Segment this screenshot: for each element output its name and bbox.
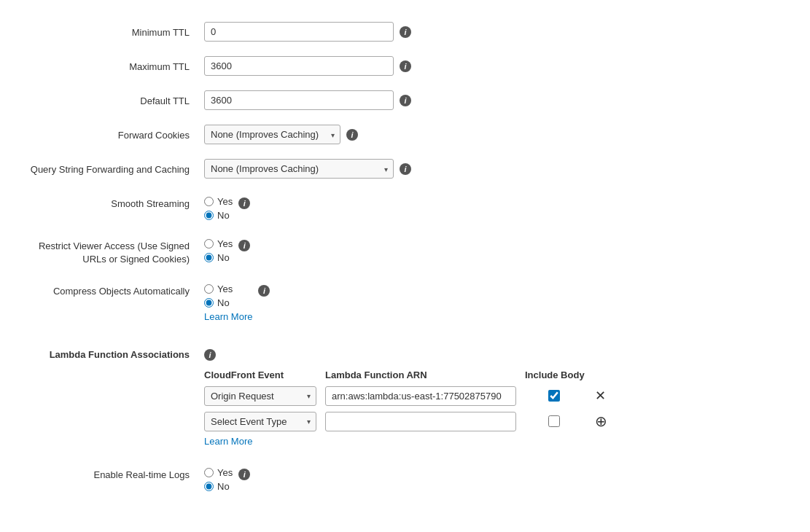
lambda-row1-event-dropdown-wrap: Origin Request Origin Response Viewer Re… — [204, 386, 316, 406]
maximum-ttl-input[interactable] — [204, 56, 394, 76]
realtime-logs-no-radio[interactable] — [204, 482, 214, 491]
lambda-cloudfront-col-header: CloudFront Event — [204, 369, 316, 380]
realtime-logs-radio-group: Yes No — [204, 464, 233, 492]
realtime-logs-row: Enable Real-time Logs Yes No i — [0, 457, 810, 499]
smooth-streaming-controls: Yes No i — [204, 193, 795, 221]
lambda-row2-add-button[interactable]: ⊕ — [592, 412, 610, 430]
lambda-header-row: Lambda Function Associations i — [0, 337, 810, 369]
lambda-row1-include-body-wrap — [525, 390, 583, 402]
lambda-section-label: Lambda Function Associations — [15, 344, 204, 361]
lambda-body-col-header: Include Body — [525, 369, 598, 380]
restrict-viewer-no-label[interactable]: No — [204, 252, 233, 263]
maximum-ttl-info-icon[interactable]: i — [400, 60, 411, 72]
realtime-logs-info-icon[interactable]: i — [238, 469, 250, 480]
default-ttl-info-icon[interactable]: i — [400, 95, 411, 106]
smooth-streaming-no-label[interactable]: No — [204, 210, 233, 221]
query-string-info-icon[interactable]: i — [400, 163, 411, 175]
lambda-row1-content: Origin Request Origin Response Viewer Re… — [204, 386, 609, 406]
lambda-row1-event-select[interactable]: Origin Request Origin Response Viewer Re… — [204, 386, 316, 406]
lambda-row-1: Origin Request Origin Response Viewer Re… — [0, 383, 810, 409]
realtime-logs-yes-radio[interactable] — [204, 468, 214, 477]
smooth-streaming-row: Smooth Streaming Yes No i — [0, 186, 810, 228]
realtime-logs-controls: Yes No i — [204, 464, 795, 492]
lambda-row2-include-body-checkbox[interactable] — [548, 415, 560, 427]
restrict-viewer-radio-group: Yes No — [204, 235, 233, 263]
query-string-select[interactable]: None (Improves Caching) Forward All, Cac… — [204, 159, 394, 179]
default-ttl-row: Default TTL i — [0, 83, 810, 117]
compress-objects-no-text: No — [217, 297, 230, 308]
minimum-ttl-label: Minimum TTL — [15, 22, 204, 39]
default-ttl-label: Default TTL — [15, 90, 204, 108]
lambda-row1-remove-button[interactable]: ✕ — [592, 388, 609, 404]
restrict-viewer-label: Restrict Viewer Access (Use Signed URLs … — [15, 235, 204, 266]
forward-cookies-info-icon[interactable]: i — [346, 129, 358, 141]
lambda-row2-content: Select Event Type Origin Request Origin … — [204, 412, 610, 431]
smooth-streaming-label: Smooth Streaming — [15, 193, 204, 211]
query-string-row: Query String Forwarding and Caching None… — [0, 152, 810, 186]
forward-cookies-dropdown-wrap: None (Improves Caching) Whitelist All ▾ — [204, 125, 340, 144]
compress-objects-yes-radio[interactable] — [204, 284, 214, 294]
restrict-viewer-no-text: No — [217, 252, 230, 263]
query-string-label: Query String Forwarding and Caching — [15, 159, 204, 176]
lambda-learn-more-link[interactable]: Learn More — [204, 436, 252, 447]
restrict-viewer-row: Restrict Viewer Access (Use Signed URLs … — [0, 228, 810, 273]
compress-objects-row: Compress Objects Automatically Yes No Le… — [0, 273, 810, 329]
restrict-viewer-yes-label[interactable]: Yes — [204, 238, 233, 249]
query-string-controls: None (Improves Caching) Forward All, Cac… — [204, 159, 795, 179]
lambda-row2-arn-input[interactable] — [325, 412, 516, 431]
minimum-ttl-row: Minimum TTL i — [0, 15, 810, 49]
minimum-ttl-info-icon[interactable]: i — [400, 26, 411, 38]
lambda-row2-event-dropdown-wrap: Select Event Type Origin Request Origin … — [204, 412, 316, 431]
compress-objects-no-label[interactable]: No — [204, 297, 252, 308]
lambda-row-2: Select Event Type Origin Request Origin … — [0, 409, 810, 434]
realtime-logs-yes-text: Yes — [217, 467, 233, 478]
minimum-ttl-input[interactable] — [204, 22, 394, 42]
smooth-streaming-no-text: No — [217, 210, 230, 221]
lambda-learn-more-row: Learn More — [0, 434, 810, 453]
restrict-viewer-info-icon[interactable]: i — [238, 240, 250, 251]
lambda-info-icon[interactable]: i — [204, 349, 216, 361]
realtime-logs-no-label[interactable]: No — [204, 481, 233, 492]
restrict-viewer-no-radio[interactable] — [204, 253, 214, 262]
compress-objects-yes-text: Yes — [217, 283, 233, 294]
realtime-logs-yes-label[interactable]: Yes — [204, 467, 233, 478]
default-ttl-controls: i — [204, 90, 795, 110]
lambda-header-controls: i — [204, 345, 795, 361]
restrict-viewer-controls: Yes No i — [204, 235, 795, 263]
realtime-logs-label: Enable Real-time Logs — [15, 464, 204, 482]
lambda-row1-arn-input[interactable] — [325, 386, 516, 406]
forward-cookies-label: Forward Cookies — [15, 125, 204, 142]
smooth-streaming-no-radio[interactable] — [204, 211, 214, 220]
forward-cookies-controls: None (Improves Caching) Whitelist All ▾ … — [204, 125, 795, 144]
lambda-row2-event-select[interactable]: Select Event Type Origin Request Origin … — [204, 412, 316, 431]
compress-objects-info-icon[interactable]: i — [258, 285, 270, 297]
maximum-ttl-row: Maximum TTL i — [0, 49, 810, 83]
lambda-row2-include-body-wrap — [525, 415, 583, 427]
smooth-streaming-radio-group: Yes No — [204, 193, 233, 221]
compress-objects-yes-label[interactable]: Yes — [204, 283, 252, 294]
settings-form: Minimum TTL i Maximum TTL i Default TTL … — [0, 15, 810, 499]
forward-cookies-select[interactable]: None (Improves Caching) Whitelist All — [204, 125, 340, 144]
query-string-dropdown-wrap: None (Improves Caching) Forward All, Cac… — [204, 159, 394, 179]
smooth-streaming-info-icon[interactable]: i — [238, 197, 250, 209]
maximum-ttl-label: Maximum TTL — [15, 56, 204, 74]
minimum-ttl-controls: i — [204, 22, 795, 42]
smooth-streaming-yes-text: Yes — [217, 196, 233, 207]
maximum-ttl-controls: i — [204, 56, 795, 76]
smooth-streaming-yes-label[interactable]: Yes — [204, 196, 233, 207]
compress-objects-controls: Yes No Learn More i — [204, 281, 795, 322]
restrict-viewer-yes-radio[interactable] — [204, 239, 214, 249]
lambda-row1-include-body-checkbox[interactable] — [548, 390, 560, 402]
default-ttl-input[interactable] — [204, 90, 394, 110]
realtime-logs-no-text: No — [217, 481, 230, 492]
restrict-viewer-yes-text: Yes — [217, 238, 233, 249]
smooth-streaming-yes-radio[interactable] — [204, 197, 214, 206]
lambda-col-headers: CloudFront Event Lambda Function ARN Inc… — [0, 369, 810, 383]
forward-cookies-row: Forward Cookies None (Improves Caching) … — [0, 117, 810, 152]
lambda-col-header-group: CloudFront Event Lambda Function ARN Inc… — [204, 369, 598, 380]
compress-objects-no-radio[interactable] — [204, 298, 214, 308]
compress-objects-label: Compress Objects Automatically — [15, 281, 204, 298]
compress-objects-radio-group: Yes No — [204, 281, 252, 308]
compress-objects-learn-more-link[interactable]: Learn More — [204, 311, 252, 322]
lambda-arn-col-header: Lambda Function ARN — [325, 369, 516, 380]
